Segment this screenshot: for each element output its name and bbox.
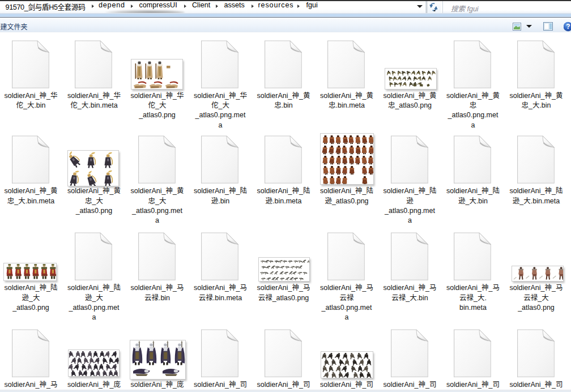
svg-text:?: ? <box>566 23 570 31</box>
